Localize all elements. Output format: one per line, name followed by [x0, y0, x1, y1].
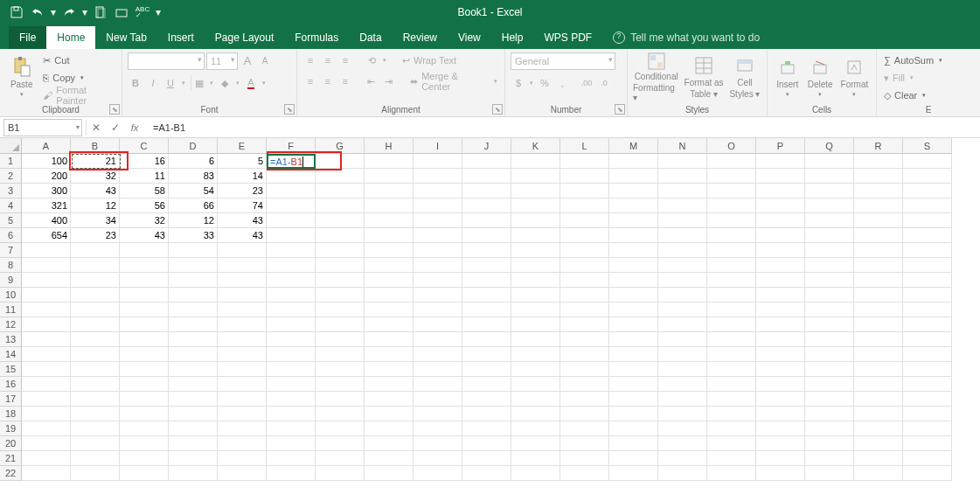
cell-N19[interactable]	[658, 421, 707, 436]
cell-P5[interactable]	[756, 213, 805, 228]
cell-C5[interactable]: 32	[120, 213, 169, 228]
row-header-11[interactable]: 11	[0, 303, 22, 317]
cell-N21[interactable]	[658, 451, 707, 466]
cell-H22[interactable]	[365, 466, 414, 481]
cell-D14[interactable]	[169, 347, 218, 362]
cell-G21[interactable]	[316, 451, 365, 466]
cell-B2[interactable]: 32	[71, 169, 120, 184]
cell-H8[interactable]	[365, 258, 414, 273]
cell-S13[interactable]	[903, 332, 952, 347]
cell-L1[interactable]	[560, 154, 609, 169]
cell-P14[interactable]	[756, 347, 805, 362]
font-launcher-icon[interactable]: ⬊	[284, 104, 295, 115]
cell-N13[interactable]	[658, 332, 707, 347]
cell-A21[interactable]	[22, 451, 71, 466]
cell-N20[interactable]	[658, 436, 707, 451]
cell-D7[interactable]	[169, 243, 218, 258]
cell-S3[interactable]	[903, 184, 952, 198]
cell-K16[interactable]	[511, 377, 560, 392]
cell-L2[interactable]	[560, 169, 609, 184]
cell-M5[interactable]	[609, 213, 658, 228]
cell-G11[interactable]	[316, 303, 365, 317]
cell-I5[interactable]	[414, 213, 462, 228]
tab-view[interactable]: View	[448, 26, 491, 49]
cell-B13[interactable]	[71, 332, 120, 347]
cell-A17[interactable]	[22, 392, 71, 407]
cell-K17[interactable]	[511, 392, 560, 407]
cell-D6[interactable]: 33	[169, 228, 218, 243]
merge-center-button[interactable]: ⬌Merge & Center▾	[408, 73, 499, 89]
cell-Q13[interactable]	[805, 332, 854, 347]
clear-button[interactable]: ◇Clear▾	[882, 87, 944, 103]
cell-L14[interactable]	[560, 347, 609, 362]
cell-J7[interactable]	[462, 243, 511, 258]
number-format-select[interactable]: General	[511, 52, 615, 70]
cell-S1[interactable]	[903, 154, 952, 169]
cell-E22[interactable]	[218, 466, 267, 481]
cell-S20[interactable]	[903, 436, 952, 451]
cell-K6[interactable]	[511, 228, 560, 243]
cell-S8[interactable]	[903, 258, 952, 273]
cell-Q17[interactable]	[805, 392, 854, 407]
cell-R12[interactable]	[854, 317, 903, 332]
cell-P16[interactable]	[756, 377, 805, 392]
row-header-1[interactable]: 1	[0, 154, 22, 169]
cell-F18[interactable]	[267, 407, 316, 421]
cell-R22[interactable]	[854, 466, 903, 481]
cell-Q8[interactable]	[805, 258, 854, 273]
cell-G4[interactable]	[316, 198, 365, 213]
cell-L15[interactable]	[560, 362, 609, 377]
tab-file[interactable]: File	[9, 26, 46, 49]
cell-O8[interactable]	[707, 258, 756, 273]
cell-E18[interactable]	[218, 407, 267, 421]
cell-H15[interactable]	[365, 362, 414, 377]
cell-E4[interactable]: 74	[218, 198, 267, 213]
cell-I18[interactable]	[414, 407, 462, 421]
cell-B14[interactable]	[71, 347, 120, 362]
cell-C13[interactable]	[120, 332, 169, 347]
cell-N6[interactable]	[658, 228, 707, 243]
font-size-select[interactable]: 11	[206, 52, 238, 70]
wrap-text-button[interactable]: ↩Wrap Text	[400, 52, 458, 68]
cell-N14[interactable]	[658, 347, 707, 362]
insert-cells-button[interactable]: Insert▾	[773, 52, 802, 101]
row-header-15[interactable]: 15	[0, 362, 22, 377]
cell-H1[interactable]	[365, 154, 414, 169]
cell-P6[interactable]	[756, 228, 805, 243]
cell-F11[interactable]	[267, 303, 316, 317]
cell-J19[interactable]	[462, 421, 511, 436]
cell-N17[interactable]	[658, 392, 707, 407]
cell-I9[interactable]	[414, 273, 462, 288]
cell-C15[interactable]	[120, 362, 169, 377]
cell-E15[interactable]	[218, 362, 267, 377]
cell-S9[interactable]	[903, 273, 952, 288]
cell-J17[interactable]	[462, 392, 511, 407]
cell-C21[interactable]	[120, 451, 169, 466]
cell-A8[interactable]	[22, 258, 71, 273]
cell-K19[interactable]	[511, 421, 560, 436]
cell-B20[interactable]	[71, 436, 120, 451]
cell-J15[interactable]	[462, 362, 511, 377]
cell-O19[interactable]	[707, 421, 756, 436]
cell-J14[interactable]	[462, 347, 511, 362]
col-header-S[interactable]: S	[903, 138, 952, 154]
editing-cell-f1[interactable]: =A1-B1	[267, 154, 316, 169]
cell-H17[interactable]	[365, 392, 414, 407]
cell-K21[interactable]	[511, 451, 560, 466]
cell-P8[interactable]	[756, 258, 805, 273]
cell-Q2[interactable]	[805, 169, 854, 184]
cell-J20[interactable]	[462, 436, 511, 451]
cell-N2[interactable]	[658, 169, 707, 184]
cell-P12[interactable]	[756, 317, 805, 332]
cell-H20[interactable]	[365, 436, 414, 451]
cell-R15[interactable]	[854, 362, 903, 377]
cell-Q22[interactable]	[805, 466, 854, 481]
row-header-8[interactable]: 8	[0, 258, 22, 273]
cell-Q9[interactable]	[805, 273, 854, 288]
cell-P19[interactable]	[756, 421, 805, 436]
cell-F8[interactable]	[267, 258, 316, 273]
col-header-G[interactable]: G	[316, 138, 365, 154]
row-header-20[interactable]: 20	[0, 436, 22, 451]
underline-button[interactable]: U	[163, 75, 178, 91]
cell-I7[interactable]	[414, 243, 462, 258]
